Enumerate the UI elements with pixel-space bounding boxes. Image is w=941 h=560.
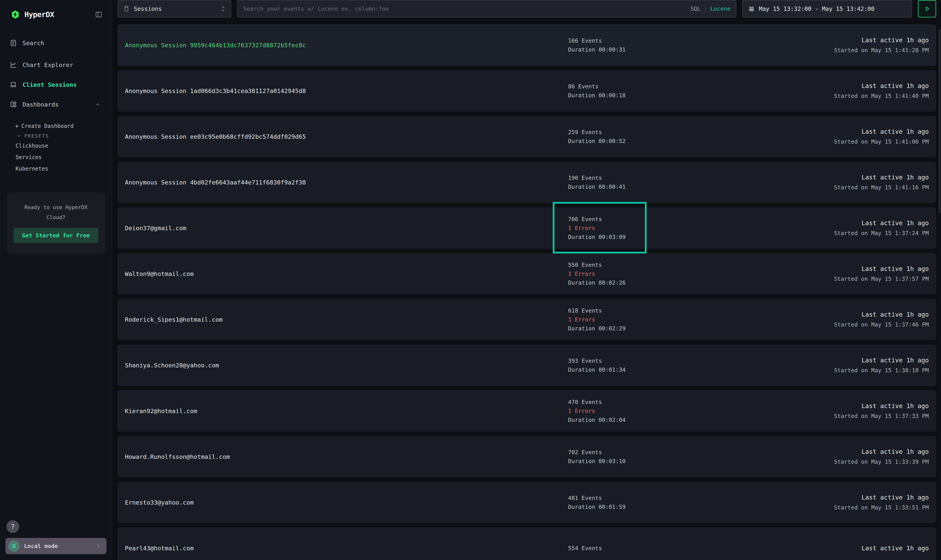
preset-label: Clickhouse bbox=[15, 143, 48, 149]
session-stats: 86 Events Duration 00:00:18 bbox=[568, 82, 834, 100]
session-stats: 481 Events Duration 00:01:59 bbox=[568, 494, 834, 511]
sidebar-item-clickhouse[interactable]: Clickhouse bbox=[0, 140, 112, 152]
create-dashboard-button[interactable]: + Create Dashboard bbox=[0, 120, 112, 132]
presets-label: PRESETS bbox=[25, 133, 49, 139]
session-stats: 702 Events Duration 00:03:10 bbox=[568, 448, 834, 466]
hyperdx-logo-icon bbox=[11, 10, 20, 19]
source-select[interactable]: Sessions bbox=[117, 0, 231, 17]
session-name: Roderick_Sipes1@hotmail.com bbox=[125, 316, 568, 323]
source-select-value: Sessions bbox=[134, 5, 162, 12]
session-stats: 393 Events Duration 00:01:34 bbox=[568, 356, 834, 374]
laptop-icon bbox=[9, 81, 17, 88]
session-name: Kieran92@hotmail.com bbox=[125, 408, 568, 414]
create-dashboard-label: Create Dashboard bbox=[21, 123, 74, 129]
session-duration: Duration 00:00:31 bbox=[568, 45, 834, 54]
chevron-right-icon bbox=[95, 543, 101, 549]
sidebar-item-client-sessions[interactable]: Client Sessions bbox=[0, 79, 112, 90]
session-stats: 190 Events Duration 00:00:41 bbox=[568, 174, 834, 191]
sidebar-item-services[interactable]: Services bbox=[0, 152, 112, 163]
session-row[interactable]: Pearl43@hotmail.com 554 Events Last acti… bbox=[117, 528, 936, 560]
session-times: Last active 1h ago Started on May 15 1:3… bbox=[834, 264, 929, 284]
help-button[interactable]: ? bbox=[6, 520, 19, 533]
session-last-active: Last active 1h ago bbox=[834, 218, 929, 228]
session-duration: Duration 00:03:10 bbox=[568, 457, 834, 466]
local-mode-button[interactable]: U Local mode bbox=[5, 538, 106, 554]
session-row[interactable]: Anonymous Session ee03c95e0b68cffd92bc57… bbox=[117, 116, 936, 157]
session-last-active: Last active 1h ago bbox=[834, 492, 929, 502]
session-row[interactable]: Anonymous Session 4bd02fe6643aaf44e711f6… bbox=[117, 162, 936, 203]
session-error-count: 1 Errors bbox=[568, 269, 834, 278]
session-name: Walton9@hotmail.com bbox=[125, 270, 568, 277]
session-times: Last active 1h ago Started on May 15 1:4… bbox=[834, 172, 929, 192]
session-row[interactable]: Anonymous Session 9959c464b13dc7637327d8… bbox=[117, 25, 936, 66]
session-name: Anonymous Session 9959c464b13dc7637327d8… bbox=[125, 42, 568, 49]
session-name: Anonymous Session 4bd02fe6643aaf44e711f6… bbox=[125, 179, 568, 186]
sidebar-item-label: Client Sessions bbox=[23, 81, 77, 88]
session-event-count: 618 Events bbox=[568, 306, 834, 315]
session-times: Last active 1h ago Started on May 15 1:3… bbox=[834, 218, 929, 238]
session-last-active: Last active 1h ago bbox=[834, 309, 929, 320]
main-content: Sessions Search your events w/ Lucene ex… bbox=[112, 0, 941, 560]
scrollbar-track[interactable] bbox=[938, 0, 941, 560]
session-duration: Duration 00:00:41 bbox=[568, 182, 834, 191]
session-name: Deion37@gmail.com bbox=[125, 225, 568, 232]
session-duration: Duration 00:01:59 bbox=[568, 502, 834, 511]
session-row[interactable]: Deion37@gmail.com 706 Events 1 Errors Du… bbox=[117, 207, 936, 249]
sidebar-collapse-icon[interactable] bbox=[95, 11, 103, 18]
session-event-count: 470 Events bbox=[568, 398, 834, 406]
session-event-count: 550 Events bbox=[568, 260, 834, 269]
session-row[interactable]: Anonymous Session 1ad066d3c3b41cea381127… bbox=[117, 70, 936, 112]
session-last-active: Last active 1h ago bbox=[834, 126, 929, 137]
session-row[interactable]: Kieran92@hotmail.com 470 Events 1 Errors… bbox=[117, 390, 936, 432]
query-language-toggle: SQL | Lucene bbox=[690, 5, 731, 12]
session-times: Last active 1h ago Started on May 15 1:3… bbox=[834, 355, 929, 375]
session-stats: 259 Events Duration 00:00:52 bbox=[568, 128, 834, 146]
session-duration: Duration 00:00:52 bbox=[568, 137, 834, 146]
sidebar-item-chart-explorer[interactable]: Chart Explorer bbox=[0, 60, 112, 70]
chevron-up-icon[interactable] bbox=[95, 102, 101, 107]
session-name: Shaniya.Schoen20@yahoo.com bbox=[125, 362, 568, 369]
session-times: Last active 1h ago Started on May 15 1:4… bbox=[834, 81, 929, 101]
session-started: Started on May 15 1:41:40 PM bbox=[834, 91, 929, 101]
scrollbar-thumb[interactable] bbox=[939, 29, 940, 213]
session-row[interactable]: Walton9@hotmail.com 550 Events 1 Errors … bbox=[117, 253, 936, 295]
session-stats: 550 Events 1 Errors Duration 00:02:26 bbox=[568, 260, 834, 287]
session-last-active: Last active 1h ago bbox=[861, 543, 929, 553]
session-times: Last active 1h ago Started on May 15 1:3… bbox=[834, 401, 929, 421]
get-started-button[interactable]: Get Started for Free bbox=[14, 228, 98, 243]
session-row[interactable]: Ernesto33@yahoo.com 481 Events Duration … bbox=[117, 482, 936, 523]
session-row[interactable]: Roderick_Sipes1@hotmail.com 618 Events 1… bbox=[117, 299, 936, 340]
dashboards-subnav: + Create Dashboard PRESETS Clickhouse Se… bbox=[0, 115, 112, 174]
lucene-toggle[interactable]: Lucene bbox=[710, 5, 731, 12]
presets-toggle[interactable]: PRESETS bbox=[0, 132, 112, 140]
session-started: Started on May 15 1:41:16 PM bbox=[834, 182, 929, 192]
brand-name: HyperDX bbox=[25, 10, 54, 19]
sidebar-item-kubernetes[interactable]: Kubernetes bbox=[0, 163, 112, 174]
calendar-icon bbox=[748, 6, 754, 12]
toggle-divider: | bbox=[704, 5, 707, 12]
session-duration: Duration 00:01:34 bbox=[568, 365, 834, 374]
session-duration: Duration 00:02:26 bbox=[568, 278, 834, 287]
search-input[interactable]: Search your events w/ Lucene ex. column:… bbox=[237, 0, 736, 17]
session-row[interactable]: Howard.Runolfsson@hotmail.com 702 Events… bbox=[117, 436, 936, 477]
session-last-active: Last active 1h ago bbox=[834, 81, 929, 91]
session-last-active: Last active 1h ago bbox=[834, 355, 929, 365]
sql-toggle[interactable]: SQL bbox=[690, 5, 700, 12]
session-event-count: 190 Events bbox=[568, 174, 834, 182]
session-started: Started on May 15 1:41:28 PM bbox=[834, 45, 929, 55]
session-row[interactable]: Shaniya.Schoen20@yahoo.com 393 Events Du… bbox=[117, 345, 936, 386]
session-duration: Duration 00:00:18 bbox=[568, 91, 834, 100]
session-error-count: 1 Errors bbox=[568, 224, 834, 232]
session-error-count: 1 Errors bbox=[568, 315, 834, 324]
session-stats: 470 Events 1 Errors Duration 00:02:04 bbox=[568, 398, 834, 425]
session-duration: Duration 00:03:09 bbox=[568, 232, 834, 242]
run-query-button[interactable] bbox=[918, 0, 936, 17]
sidebar-item-label: Chart Explorer bbox=[23, 62, 73, 68]
session-name: Pearl43@hotmail.com bbox=[125, 545, 568, 552]
sidebar: HyperDX Search bbox=[0, 0, 112, 560]
brand-row: HyperDX bbox=[0, 0, 112, 19]
sidebar-item-search[interactable]: Search bbox=[0, 38, 112, 48]
sidebar-item-dashboards[interactable]: Dashboards bbox=[0, 99, 112, 110]
sidebar-nav: Search Chart Explorer bbox=[0, 38, 112, 254]
time-range-input[interactable]: May 15 13:32:00 - May 15 13:42:00 bbox=[742, 0, 912, 17]
